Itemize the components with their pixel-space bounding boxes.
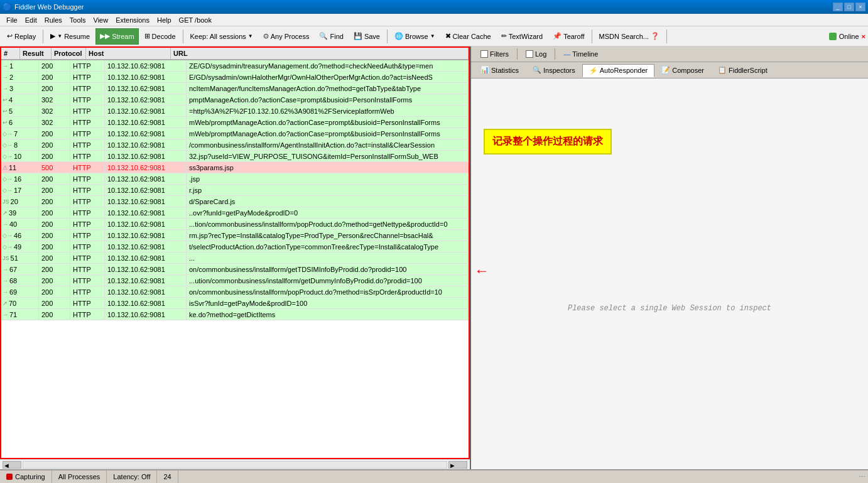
session-url-cell: .jsp [187, 174, 469, 184]
scroll-left-btn[interactable]: ◄ [3, 461, 21, 469]
table-row[interactable]: ◇→8200HTTP10.132.10.62:9081/commonbusine… [1, 139, 469, 151]
table-row[interactable]: ◇→46200HTTP10.132.10.62:9081rm.jsp?recTy… [1, 230, 469, 241]
session-host-cell: 10.132.10.62:9081 [105, 219, 187, 229]
right-tabs-row2: 📊 Statistics 🔍 Inspectors ⚡ AutoResponde… [471, 62, 868, 79]
replay-button[interactable]: ↩ Replay [3, 28, 40, 45]
session-result-cell: 200 [39, 129, 70, 139]
decode-button[interactable]: ⊞ Decode [140, 28, 180, 45]
table-row[interactable]: →1200HTTP10.132.10.62:9081ZE/GD/sysadmin… [1, 60, 469, 72]
find-button[interactable]: 🔍 Find [315, 28, 347, 45]
latency-status[interactable]: Latency: Off [107, 470, 157, 483]
table-row[interactable]: →69200HTTP10.132.10.62:9081on/commonbusi… [1, 286, 469, 298]
menu-file[interactable]: File [3, 15, 21, 25]
table-row[interactable]: →2200HTTP10.132.10.62:9081E/GD/sysadmin/… [1, 72, 469, 83]
processes-status[interactable]: All Processes [52, 470, 107, 483]
fiddlerscript-icon: 📋 [718, 66, 727, 74]
menu-help[interactable]: Help [153, 15, 175, 25]
horizontal-scrollbar[interactable]: ◄ ► [0, 459, 470, 469]
session-num-cell: →67 [1, 264, 39, 274]
right-tabs-row1: Filters Log — Timeline [471, 46, 868, 62]
filters-checkbox[interactable] [480, 50, 488, 58]
session-num-cell: →68 [1, 276, 39, 286]
session-border: # Result Protocol Host URL →1200HTTP10.1… [0, 46, 470, 459]
keep-button[interactable]: Keep: All sessions ▼ [186, 28, 258, 45]
menu-tools[interactable]: Tools [66, 15, 90, 25]
sessions-panel: # Result Protocol Host URL →1200HTTP10.1… [0, 46, 471, 469]
col-header-host[interactable]: Host [86, 48, 171, 59]
table-row[interactable]: ◇→49200HTTP10.132.10.62:9081t/selectProd… [1, 241, 469, 252]
tab-timeline[interactable]: — Timeline [556, 48, 605, 60]
table-row[interactable]: ◇→17200HTTP10.132.10.62:9081r.jsp [1, 185, 469, 196]
session-protocol-cell: HTTP [70, 287, 105, 297]
toolbar-sep4 [592, 30, 592, 43]
session-num-cell: ↗70 [1, 298, 39, 308]
menu-edit[interactable]: Edit [21, 15, 41, 25]
textwizard-button[interactable]: ✏ TextWizard [497, 28, 547, 45]
capturing-status[interactable]: Capturing [0, 470, 52, 483]
col-header-url[interactable]: URL [171, 48, 469, 59]
browse-button[interactable]: 🌐 Browse ▼ [390, 28, 440, 45]
tab-composer[interactable]: 📝 Composer [654, 63, 711, 77]
red-arrow-indicator: ← [474, 262, 489, 279]
tab-fiddlerscript[interactable]: 📋 FiddlerScript [711, 63, 774, 77]
tab-filters[interactable]: Filters [474, 48, 516, 60]
tab-autoresponder[interactable]: ⚡ AutoResponder [582, 64, 654, 77]
clearcache-button[interactable]: ✖ Clear Cache [441, 28, 496, 45]
tearoff-button[interactable]: 📌 Tearoff [548, 28, 589, 45]
tab-log[interactable]: Log [519, 48, 553, 60]
close-button[interactable]: × [855, 3, 865, 11]
table-row[interactable]: →40200HTTP10.132.10.62:9081...tion/commo… [1, 219, 469, 230]
save-button[interactable]: 💾 Save [349, 28, 384, 45]
table-row[interactable]: ◇→16200HTTP10.132.10.62:9081.jsp [1, 173, 469, 185]
maximize-button[interactable]: □ [844, 3, 854, 11]
session-host-cell: 10.132.10.62:9081 [105, 174, 187, 184]
table-row[interactable]: ↗70200HTTP10.132.10.62:9081isSvr?funId=g… [1, 298, 469, 309]
table-row[interactable]: ↩6302HTTP10.132.10.62:9081mWeb/promptMan… [1, 117, 469, 128]
resume-drop-icon: ▼ [57, 33, 62, 39]
table-row[interactable]: ↩5302HTTP10.132.10.62:9081=http%3A%2F%2F… [1, 106, 469, 117]
session-result-cell: 200 [39, 61, 70, 71]
tab-inspectors[interactable]: 🔍 Inspectors [526, 63, 582, 77]
table-row[interactable]: →67200HTTP10.132.10.62:9081on/commonbusi… [1, 264, 469, 275]
col-header-num[interactable]: # [1, 48, 20, 59]
table-row[interactable]: →71200HTTP10.132.10.62:9081ke.do?method=… [1, 309, 469, 320]
col-header-protocol[interactable]: Protocol [52, 48, 86, 59]
menu-extensions[interactable]: Extensions [112, 15, 153, 25]
table-row[interactable]: ◇→10200HTTP10.132.10.62:908132.jsp?useId… [1, 151, 469, 162]
minimize-button[interactable]: _ [833, 3, 843, 11]
table-row[interactable]: ◇→7200HTTP10.132.10.62:9081mWeb/promptMa… [1, 128, 469, 139]
session-url-cell: E/GD/sysadmin/ownHalotherMgr/OwnHalOther… [187, 72, 469, 82]
tab-statistics[interactable]: 📊 Statistics [474, 63, 526, 77]
table-row[interactable]: ↗39200HTTP10.132.10.62:9081..ovr?funId=g… [1, 207, 469, 219]
table-row[interactable]: →68200HTTP10.132.10.62:9081...ution/comm… [1, 275, 469, 286]
menu-view[interactable]: View [90, 15, 112, 25]
scroll-right-btn[interactable]: ► [448, 461, 467, 469]
process-icon: ⊙ [263, 32, 269, 40]
menu-rules[interactable]: Rules [41, 15, 66, 25]
table-row[interactable]: →3200HTTP10.132.10.62:9081ncItemManager/… [1, 83, 469, 94]
session-url-cell: isSvr?funId=getPayMode&prodID=100 [187, 298, 469, 308]
msdnsearch-button[interactable]: MSDN Search... ❓ [595, 28, 664, 45]
browse-label: Browse [405, 33, 428, 40]
col-header-result[interactable]: Result [20, 48, 52, 59]
menu-get-book[interactable]: GET /book [175, 15, 215, 25]
tab-sep1 [517, 48, 518, 60]
session-num-cell: ◇→8 [1, 140, 39, 150]
table-row[interactable]: JS20200HTTP10.132.10.62:9081d/SpareCard.… [1, 196, 469, 207]
close-online-icon[interactable]: × [862, 33, 865, 40]
session-num-cell: →71 [1, 310, 39, 320]
stream-button[interactable]: ▶▶ Stream [95, 28, 138, 45]
resize-handle[interactable]: ⋯ [859, 473, 868, 481]
scroll-track[interactable] [23, 461, 447, 469]
table-row[interactable]: ↩4302HTTP10.132.10.62:9081pmptManageActi… [1, 94, 469, 106]
session-num-cell: ◇→10 [1, 151, 39, 161]
session-protocol-cell: HTTP [70, 163, 105, 173]
process-button[interactable]: ⊙ Any Process [259, 28, 314, 45]
session-protocol-cell: HTTP [70, 72, 105, 82]
table-row[interactable]: ⚠11500HTTP10.132.10.62:9081ss3params.jsp [1, 162, 469, 173]
session-num-cell: ◇→17 [1, 185, 39, 195]
resume-button[interactable]: ▶ ▼ Resume [46, 28, 94, 45]
table-row[interactable]: JS51200HTTP10.132.10.62:9081... [1, 252, 469, 264]
annotation-text: 记录整个操作过程的请求 [492, 136, 603, 146]
log-checkbox[interactable] [526, 50, 533, 58]
